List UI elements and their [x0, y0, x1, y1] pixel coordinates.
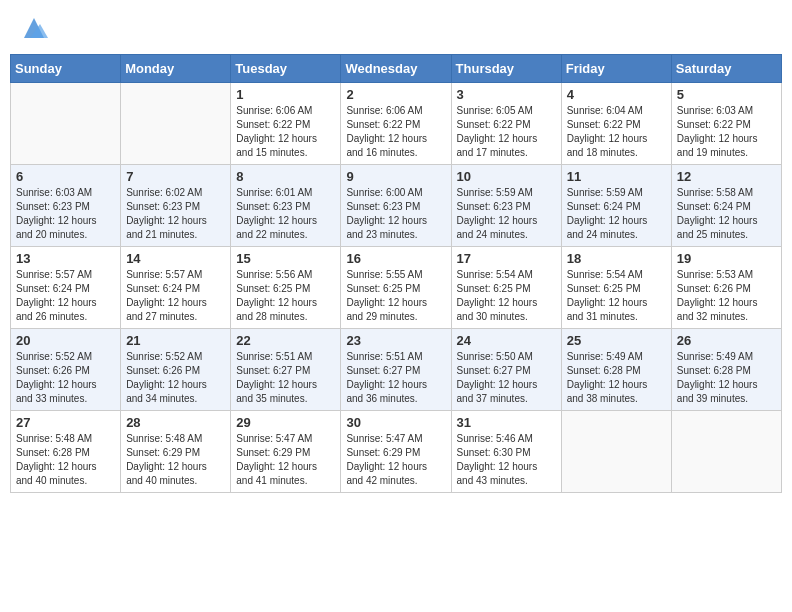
calendar-cell [561, 411, 671, 493]
day-info: Sunrise: 5:50 AMSunset: 6:27 PMDaylight:… [457, 350, 556, 406]
logo-icon [20, 14, 48, 42]
calendar-cell: 30Sunrise: 5:47 AMSunset: 6:29 PMDayligh… [341, 411, 451, 493]
day-number: 17 [457, 251, 556, 266]
weekday-header-saturday: Saturday [671, 55, 781, 83]
day-number: 21 [126, 333, 225, 348]
day-info: Sunrise: 5:53 AMSunset: 6:26 PMDaylight:… [677, 268, 776, 324]
calendar-cell: 27Sunrise: 5:48 AMSunset: 6:28 PMDayligh… [11, 411, 121, 493]
calendar-cell: 31Sunrise: 5:46 AMSunset: 6:30 PMDayligh… [451, 411, 561, 493]
calendar-cell: 9Sunrise: 6:00 AMSunset: 6:23 PMDaylight… [341, 165, 451, 247]
day-number: 18 [567, 251, 666, 266]
day-info: Sunrise: 5:47 AMSunset: 6:29 PMDaylight:… [346, 432, 445, 488]
calendar-cell: 25Sunrise: 5:49 AMSunset: 6:28 PMDayligh… [561, 329, 671, 411]
day-info: Sunrise: 5:49 AMSunset: 6:28 PMDaylight:… [677, 350, 776, 406]
calendar-cell: 19Sunrise: 5:53 AMSunset: 6:26 PMDayligh… [671, 247, 781, 329]
weekday-header-sunday: Sunday [11, 55, 121, 83]
day-info: Sunrise: 6:06 AMSunset: 6:22 PMDaylight:… [346, 104, 445, 160]
calendar-cell: 11Sunrise: 5:59 AMSunset: 6:24 PMDayligh… [561, 165, 671, 247]
calendar-week-row: 1Sunrise: 6:06 AMSunset: 6:22 PMDaylight… [11, 83, 782, 165]
calendar-cell [121, 83, 231, 165]
day-info: Sunrise: 5:55 AMSunset: 6:25 PMDaylight:… [346, 268, 445, 324]
day-number: 5 [677, 87, 776, 102]
calendar-week-row: 6Sunrise: 6:03 AMSunset: 6:23 PMDaylight… [11, 165, 782, 247]
day-info: Sunrise: 6:05 AMSunset: 6:22 PMDaylight:… [457, 104, 556, 160]
calendar-cell [11, 83, 121, 165]
day-info: Sunrise: 6:00 AMSunset: 6:23 PMDaylight:… [346, 186, 445, 242]
day-number: 3 [457, 87, 556, 102]
day-info: Sunrise: 6:04 AMSunset: 6:22 PMDaylight:… [567, 104, 666, 160]
day-info: Sunrise: 5:52 AMSunset: 6:26 PMDaylight:… [16, 350, 115, 406]
day-number: 1 [236, 87, 335, 102]
day-number: 19 [677, 251, 776, 266]
calendar-cell [671, 411, 781, 493]
calendar-cell: 4Sunrise: 6:04 AMSunset: 6:22 PMDaylight… [561, 83, 671, 165]
day-info: Sunrise: 5:57 AMSunset: 6:24 PMDaylight:… [126, 268, 225, 324]
day-info: Sunrise: 5:49 AMSunset: 6:28 PMDaylight:… [567, 350, 666, 406]
day-number: 8 [236, 169, 335, 184]
day-number: 15 [236, 251, 335, 266]
day-info: Sunrise: 5:51 AMSunset: 6:27 PMDaylight:… [236, 350, 335, 406]
day-info: Sunrise: 6:03 AMSunset: 6:23 PMDaylight:… [16, 186, 115, 242]
day-info: Sunrise: 5:59 AMSunset: 6:24 PMDaylight:… [567, 186, 666, 242]
day-number: 31 [457, 415, 556, 430]
logo [18, 14, 48, 42]
calendar-cell: 17Sunrise: 5:54 AMSunset: 6:25 PMDayligh… [451, 247, 561, 329]
day-info: Sunrise: 5:48 AMSunset: 6:29 PMDaylight:… [126, 432, 225, 488]
calendar-cell: 28Sunrise: 5:48 AMSunset: 6:29 PMDayligh… [121, 411, 231, 493]
calendar-cell: 18Sunrise: 5:54 AMSunset: 6:25 PMDayligh… [561, 247, 671, 329]
calendar-cell: 8Sunrise: 6:01 AMSunset: 6:23 PMDaylight… [231, 165, 341, 247]
calendar-cell: 1Sunrise: 6:06 AMSunset: 6:22 PMDaylight… [231, 83, 341, 165]
calendar-cell: 22Sunrise: 5:51 AMSunset: 6:27 PMDayligh… [231, 329, 341, 411]
day-number: 9 [346, 169, 445, 184]
calendar-cell: 20Sunrise: 5:52 AMSunset: 6:26 PMDayligh… [11, 329, 121, 411]
day-info: Sunrise: 5:48 AMSunset: 6:28 PMDaylight:… [16, 432, 115, 488]
page-header [10, 10, 782, 46]
day-number: 13 [16, 251, 115, 266]
calendar-cell: 24Sunrise: 5:50 AMSunset: 6:27 PMDayligh… [451, 329, 561, 411]
day-info: Sunrise: 5:52 AMSunset: 6:26 PMDaylight:… [126, 350, 225, 406]
calendar-cell: 13Sunrise: 5:57 AMSunset: 6:24 PMDayligh… [11, 247, 121, 329]
calendar-cell: 21Sunrise: 5:52 AMSunset: 6:26 PMDayligh… [121, 329, 231, 411]
calendar-header-row: SundayMondayTuesdayWednesdayThursdayFrid… [11, 55, 782, 83]
day-number: 14 [126, 251, 225, 266]
calendar-cell: 16Sunrise: 5:55 AMSunset: 6:25 PMDayligh… [341, 247, 451, 329]
weekday-header-tuesday: Tuesday [231, 55, 341, 83]
day-number: 29 [236, 415, 335, 430]
calendar-cell: 26Sunrise: 5:49 AMSunset: 6:28 PMDayligh… [671, 329, 781, 411]
calendar-cell: 10Sunrise: 5:59 AMSunset: 6:23 PMDayligh… [451, 165, 561, 247]
day-info: Sunrise: 5:47 AMSunset: 6:29 PMDaylight:… [236, 432, 335, 488]
day-number: 28 [126, 415, 225, 430]
weekday-header-wednesday: Wednesday [341, 55, 451, 83]
day-number: 25 [567, 333, 666, 348]
day-info: Sunrise: 6:02 AMSunset: 6:23 PMDaylight:… [126, 186, 225, 242]
day-number: 2 [346, 87, 445, 102]
day-number: 16 [346, 251, 445, 266]
day-number: 4 [567, 87, 666, 102]
day-info: Sunrise: 5:59 AMSunset: 6:23 PMDaylight:… [457, 186, 556, 242]
day-info: Sunrise: 5:46 AMSunset: 6:30 PMDaylight:… [457, 432, 556, 488]
day-number: 26 [677, 333, 776, 348]
calendar-cell: 14Sunrise: 5:57 AMSunset: 6:24 PMDayligh… [121, 247, 231, 329]
calendar-cell: 6Sunrise: 6:03 AMSunset: 6:23 PMDaylight… [11, 165, 121, 247]
calendar-cell: 2Sunrise: 6:06 AMSunset: 6:22 PMDaylight… [341, 83, 451, 165]
day-info: Sunrise: 5:56 AMSunset: 6:25 PMDaylight:… [236, 268, 335, 324]
day-number: 22 [236, 333, 335, 348]
calendar-cell: 3Sunrise: 6:05 AMSunset: 6:22 PMDaylight… [451, 83, 561, 165]
day-number: 24 [457, 333, 556, 348]
day-number: 20 [16, 333, 115, 348]
weekday-header-thursday: Thursday [451, 55, 561, 83]
day-info: Sunrise: 5:54 AMSunset: 6:25 PMDaylight:… [567, 268, 666, 324]
day-info: Sunrise: 5:57 AMSunset: 6:24 PMDaylight:… [16, 268, 115, 324]
day-info: Sunrise: 6:03 AMSunset: 6:22 PMDaylight:… [677, 104, 776, 160]
calendar-cell: 5Sunrise: 6:03 AMSunset: 6:22 PMDaylight… [671, 83, 781, 165]
calendar-cell: 7Sunrise: 6:02 AMSunset: 6:23 PMDaylight… [121, 165, 231, 247]
calendar-cell: 15Sunrise: 5:56 AMSunset: 6:25 PMDayligh… [231, 247, 341, 329]
calendar-cell: 29Sunrise: 5:47 AMSunset: 6:29 PMDayligh… [231, 411, 341, 493]
calendar-week-row: 13Sunrise: 5:57 AMSunset: 6:24 PMDayligh… [11, 247, 782, 329]
calendar-cell: 12Sunrise: 5:58 AMSunset: 6:24 PMDayligh… [671, 165, 781, 247]
day-info: Sunrise: 5:51 AMSunset: 6:27 PMDaylight:… [346, 350, 445, 406]
day-info: Sunrise: 6:01 AMSunset: 6:23 PMDaylight:… [236, 186, 335, 242]
weekday-header-friday: Friday [561, 55, 671, 83]
day-number: 30 [346, 415, 445, 430]
day-number: 6 [16, 169, 115, 184]
